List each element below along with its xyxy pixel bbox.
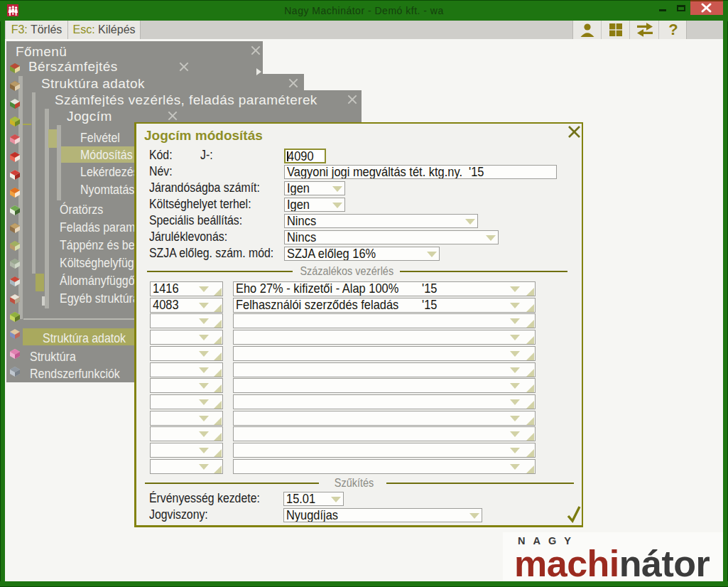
menubar-tab-kilepes[interactable]: Esc: Kilépés	[68, 21, 141, 39]
window-border-left	[0, 21, 5, 587]
dropdown-arrow-icon	[332, 186, 342, 192]
menu-window-title: Bérszámfejtés	[28, 59, 118, 74]
percent-name-combo[interactable]	[233, 426, 536, 441]
percent-name-combo[interactable]	[233, 313, 536, 328]
szja-combo[interactable]: SZJA előleg 16%	[284, 247, 440, 261]
modules-button[interactable]	[602, 21, 630, 39]
percent-name-combo[interactable]: Felhasználói szerződés feladás'15	[233, 298, 536, 313]
menubar-tab-key: F3:	[11, 23, 28, 36]
field-label: Név:	[149, 164, 173, 179]
disk-icon	[9, 257, 21, 270]
flag-icon	[9, 97, 21, 110]
specialis-combo[interactable]: Nincs	[284, 214, 478, 228]
dropdown-arrow-icon	[199, 448, 209, 453]
field-label: Járuléklevonás:	[149, 230, 227, 244]
percent-year-value: '15	[422, 281, 437, 296]
corner-wedge-icon	[526, 449, 534, 457]
percent-name-combo[interactable]	[233, 443, 536, 458]
cone-icon	[9, 186, 21, 199]
user-button[interactable]	[573, 21, 602, 39]
jarulek-combo[interactable]: Nincs	[284, 230, 499, 244]
dropdown-arrow-icon	[199, 335, 209, 340]
corner-wedge-icon	[214, 369, 222, 377]
percent-code-combo[interactable]	[150, 426, 223, 441]
jarandosagba-combo[interactable]: Igen	[284, 181, 345, 195]
percent-code-combo[interactable]	[150, 443, 223, 458]
selection-sliver	[36, 274, 44, 291]
window-border-right	[723, 21, 728, 587]
dropdown-arrow-icon	[199, 383, 209, 389]
section-line	[386, 483, 574, 484]
percent-code-combo[interactable]: 4083	[150, 298, 223, 313]
menu-window-close-icon[interactable]	[347, 95, 357, 104]
section-line	[145, 483, 319, 484]
dropdown-arrow-icon	[199, 351, 209, 357]
menu-window-close-icon[interactable]	[179, 62, 189, 72]
menu-window-close-icon[interactable]	[251, 45, 261, 55]
close-icon	[690, 1, 723, 15]
corner-wedge-icon	[214, 417, 222, 425]
percent-name-combo[interactable]: Eho 27% - kifizetői - Alap 100%'15	[233, 281, 536, 296]
percent-code-combo[interactable]	[150, 346, 223, 361]
dialog-close-icon[interactable]	[568, 126, 580, 138]
menu-window-close-icon[interactable]	[288, 78, 298, 88]
nev-input[interactable]: Vagyoni jogi megváltás tét. ktg.ny. '15	[284, 165, 557, 179]
corner-wedge-icon	[214, 465, 222, 473]
corner-wedge-icon	[214, 336, 222, 344]
percent-name-combo[interactable]	[233, 346, 536, 361]
percent-code-combo[interactable]	[150, 313, 223, 328]
close-button[interactable]	[690, 0, 723, 15]
percent-year-value: '15	[422, 298, 437, 312]
card-icon	[9, 204, 21, 217]
corner-wedge-icon	[526, 465, 534, 473]
dialog-title: Jogcím módosítás	[144, 128, 263, 144]
percent-code-combo[interactable]	[150, 378, 223, 393]
percent-name-combo[interactable]	[233, 362, 536, 377]
basket-icon	[9, 62, 21, 75]
field-label: SZJA előleg. szám. mód:	[149, 246, 273, 261]
app-window: Nagy Machinátor - Demó kft. - wa F3: Tör…	[0, 0, 728, 587]
percent-code-combo[interactable]: 1416	[150, 281, 223, 296]
percent-code-combo[interactable]	[150, 459, 223, 474]
folder-icon	[9, 151, 21, 163]
help-button[interactable]: ?	[659, 21, 688, 39]
percent-name-combo[interactable]	[233, 394, 536, 409]
percent-code-combo[interactable]	[150, 411, 223, 426]
menubar-tab-torles[interactable]: F3: Törlés	[6, 21, 68, 39]
dropdown-arrow-icon	[199, 416, 209, 421]
menu-window-title: Főmenü	[16, 44, 67, 59]
percent-code-combo[interactable]	[150, 330, 223, 345]
corner-wedge-icon	[214, 320, 222, 328]
koltseghelyet-combo[interactable]: Igen	[284, 198, 345, 212]
corner-wedge-icon	[214, 288, 222, 296]
fruit-icon	[9, 115, 21, 128]
menu-window-close-icon[interactable]	[168, 111, 178, 121]
percent-name-combo[interactable]	[233, 330, 536, 345]
menubar-icons: ?	[572, 21, 687, 39]
corner-wedge-icon	[526, 369, 534, 377]
transfer-button[interactable]	[631, 21, 659, 39]
minimize-button[interactable]	[659, 9, 666, 11]
percent-code-combo[interactable]	[150, 394, 223, 409]
maximize-button[interactable]	[677, 5, 685, 11]
percent-name-combo[interactable]	[233, 459, 536, 474]
percent-code-combo-value: 1416	[153, 281, 179, 296]
menubar-tab-label: Törlés	[31, 23, 62, 36]
corner-wedge-icon	[526, 288, 534, 296]
selection-sliver	[23, 124, 31, 125]
user-icon	[579, 22, 596, 38]
percent-code-combo[interactable]	[150, 362, 223, 377]
kod-input[interactable]: 4090	[284, 149, 326, 163]
dropdown-arrow-icon	[199, 367, 209, 373]
kod-value: 4090	[288, 149, 314, 163]
ok-button[interactable]	[566, 505, 582, 523]
ervenyesseg-combo[interactable]: 15.01	[283, 492, 344, 506]
dropdown-arrow-icon	[469, 513, 479, 519]
dropdown-arrow-icon	[331, 497, 341, 502]
gears-icon	[9, 365, 21, 378]
percent-name-combo[interactable]	[233, 411, 536, 426]
jogviszony-combo[interactable]: Nyugdíjas	[283, 508, 482, 522]
jogviszony-combo-value: Nyugdíjas	[286, 508, 338, 522]
percent-name-combo[interactable]	[233, 378, 536, 393]
corner-wedge-icon	[526, 417, 534, 425]
